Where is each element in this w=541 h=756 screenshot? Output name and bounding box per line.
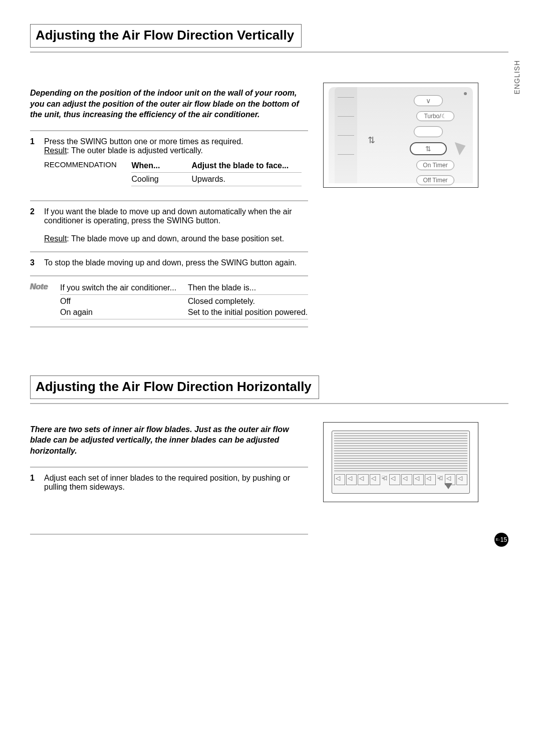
divider bbox=[60, 294, 308, 295]
page-number-prefix: E- bbox=[496, 537, 500, 542]
section-heading-horizontal: Adjusting the Air Flow Direction Horizon… bbox=[30, 375, 319, 399]
off-timer-button: Off Timer bbox=[416, 175, 454, 185]
down-button: ∨ bbox=[414, 95, 443, 106]
turbo-button: Turbo/☾ bbox=[416, 111, 454, 121]
divider bbox=[30, 467, 308, 468]
step-number: 1 bbox=[30, 137, 44, 192]
arrow-down-icon bbox=[444, 483, 452, 489]
rec-cell-when: Cooling bbox=[131, 175, 191, 184]
step-text: Adjust each set of inner blades to the r… bbox=[44, 474, 290, 491]
on-timer-button: On Timer bbox=[416, 160, 454, 170]
rec-header-when: When... bbox=[131, 161, 191, 170]
note-cell: Set to the initial position powered. bbox=[188, 308, 308, 317]
step-text: Press the SWING button one or more times… bbox=[44, 137, 243, 146]
result-text: : The blade move up and down, around the… bbox=[67, 234, 284, 243]
rec-header-adjust: Adjust the blade to face... bbox=[191, 161, 302, 170]
swing-button: ⇅ bbox=[410, 142, 447, 155]
remote-control-figure: ⇅ ∨ Turbo/☾ ⇅ On Timer Off Timer bbox=[323, 83, 478, 188]
section-title: Adjusting the Air Flow Direction Vertica… bbox=[36, 28, 294, 43]
swing-icon: ⇅ bbox=[368, 135, 375, 146]
intro-text: There are two sets of inner air flow bla… bbox=[30, 424, 308, 457]
section-heading-vertical: Adjusting the Air Flow Direction Vertica… bbox=[30, 24, 302, 48]
note-cell: Off bbox=[60, 297, 188, 306]
hand-icon: ☟ bbox=[437, 474, 444, 485]
note-hdr-if: If you switch the air conditioner... bbox=[60, 283, 188, 292]
mode-button bbox=[414, 126, 443, 137]
language-tab: ENGLISH bbox=[513, 60, 521, 94]
divider bbox=[30, 534, 308, 535]
divider bbox=[60, 319, 308, 319]
note-block: Note If you switch the air conditioner..… bbox=[30, 279, 308, 323]
divider bbox=[30, 130, 308, 131]
rec-cell-adjust: Upwards. bbox=[191, 175, 302, 184]
divider bbox=[30, 326, 308, 327]
step-number: 3 bbox=[30, 258, 44, 267]
divider bbox=[30, 200, 308, 201]
ac-grille-icon bbox=[334, 433, 467, 473]
note-cell: On again bbox=[60, 308, 188, 317]
result-label: Result bbox=[44, 234, 67, 243]
step-2: 2 If you want the blade to move up and d… bbox=[30, 204, 308, 248]
result-text: : The outer blade is adjusted vertically… bbox=[67, 146, 203, 155]
divider bbox=[131, 172, 302, 173]
indoor-unit-figure: ☟ ☟ bbox=[323, 422, 478, 502]
section-title: Adjusting the Air Flow Direction Horizon… bbox=[36, 379, 312, 395]
divider bbox=[131, 186, 302, 186]
divider bbox=[30, 52, 508, 53]
result-label: Result bbox=[44, 146, 67, 155]
step-number: 2 bbox=[30, 207, 44, 243]
step-number: 1 bbox=[30, 474, 44, 526]
indicator-dot-icon bbox=[464, 92, 467, 95]
step-1: 1 Adjust each set of inner blades to the… bbox=[30, 471, 308, 531]
hand-icon: ☟ bbox=[381, 474, 388, 485]
step-1: 1 Press the SWING button one or more tim… bbox=[30, 134, 308, 197]
step-3: 3 To stop the blade moving up and down, … bbox=[30, 255, 308, 272]
recommendation-label: RECOMMENDATION bbox=[44, 160, 129, 169]
divider bbox=[30, 403, 508, 404]
page-number: E-15 bbox=[494, 533, 508, 547]
step-text: To stop the blade moving up and down, pr… bbox=[44, 258, 297, 267]
note-cell: Closed completely. bbox=[188, 297, 308, 306]
page-number-value: 15 bbox=[500, 536, 507, 543]
note-label: Note bbox=[30, 282, 60, 320]
recommendation-table: When... Adjust the blade to face... Cool… bbox=[131, 160, 302, 187]
note-hdr-then: Then the blade is... bbox=[188, 283, 308, 292]
divider bbox=[30, 275, 308, 276]
intro-text: Depending on the position of the indoor … bbox=[30, 88, 308, 120]
divider bbox=[30, 251, 308, 252]
step-text: If you want the blade to move up and dow… bbox=[44, 207, 292, 225]
